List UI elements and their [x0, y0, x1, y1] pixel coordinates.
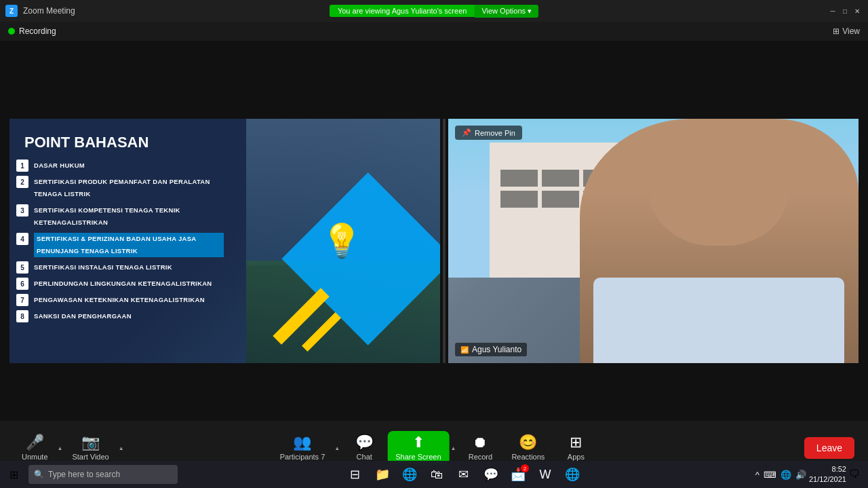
- person-silhouette: [580, 119, 859, 363]
- participants-button[interactable]: 👥 Participants 7: [272, 431, 334, 465]
- taskbar-icon-notification[interactable]: 📩 2: [506, 461, 530, 488]
- apps-label: Apps: [568, 453, 585, 461]
- record-button-group: ⏺ Record: [460, 431, 500, 465]
- unmute-label: Unmute: [22, 453, 48, 461]
- list-item: 4 SERTIFIKASI & PERIZINAN BADAN USAHA JA…: [16, 233, 224, 257]
- recording-bar: Recording ⊞ View: [0, 22, 868, 41]
- share-screen-label: Share Screen: [395, 453, 441, 461]
- chat-icon: 💬: [355, 435, 374, 450]
- video-background: [448, 119, 859, 363]
- remove-pin-label: Remove Pin: [475, 129, 515, 137]
- toolbar-right: Leave: [804, 437, 854, 459]
- signal-icon: 📶: [460, 346, 469, 354]
- list-item: 8 SANKSI DAN PENGHARGAAN: [16, 310, 224, 322]
- share-expand-arrow[interactable]: ▲: [450, 431, 458, 465]
- share-screen-button[interactable]: ⬆ Share Screen: [387, 431, 449, 465]
- leave-button[interactable]: Leave: [804, 437, 854, 459]
- tray-chevron-icon[interactable]: ^: [755, 470, 760, 480]
- participants-button-group: 👥 Participants 7 ▲: [272, 431, 342, 465]
- viewing-badge-area: You are viewing Agus Yulianto's screen V…: [330, 5, 538, 18]
- slide-background: 💡 POINT BAHASAN 1 DASAR HUKUM 2 SERTIFIK…: [9, 119, 440, 363]
- list-item: 5 SERTIFIKASI INSTALASI TENAGA LISTRIK: [16, 261, 224, 274]
- taskbar-icon-store[interactable]: 🛍: [425, 461, 449, 488]
- record-label: Record: [469, 453, 492, 461]
- view-icon: ⊞: [833, 26, 840, 36]
- unmute-expand-arrow[interactable]: ▲: [56, 431, 64, 465]
- apps-button[interactable]: ⊞ Apps: [555, 431, 596, 465]
- apps-button-group: ⊞ Apps: [555, 431, 596, 465]
- taskbar-icon-chrome[interactable]: 🌐: [560, 461, 585, 488]
- participant-name: Agus Yulianto: [472, 345, 521, 354]
- recording-label: Recording: [19, 26, 56, 36]
- minimize-button[interactable]: ─: [827, 5, 838, 16]
- remove-pin-button[interactable]: 📌 Remove Pin: [455, 126, 522, 140]
- chat-label: Chat: [357, 453, 372, 461]
- window-controls: ─ □ ✕: [827, 5, 863, 16]
- taskbar-search-bar[interactable]: 🔍 Type here to search: [28, 465, 178, 484]
- volume-icon[interactable]: 🔊: [795, 470, 806, 480]
- video-icon: 📷: [81, 435, 100, 450]
- video-panel: 📌 Remove Pin 📶 Agus Yulianto: [448, 119, 859, 363]
- network-icon[interactable]: 🌐: [781, 470, 791, 480]
- clock[interactable]: 8:52 21/12/2021: [809, 464, 846, 485]
- keyboard-icon[interactable]: ⌨: [764, 470, 776, 480]
- record-button[interactable]: ⏺ Record: [460, 431, 500, 465]
- maximize-button[interactable]: □: [840, 5, 850, 16]
- view-button-top[interactable]: ⊞ View: [833, 26, 860, 36]
- unmute-button-group: 🎤 Unmute ▲: [14, 431, 64, 465]
- reactions-button[interactable]: 😊 Reactions: [503, 431, 553, 465]
- participants-expand-arrow[interactable]: ▲: [333, 431, 341, 465]
- search-icon: 🔍: [34, 470, 44, 479]
- taskbar-icon-taskview[interactable]: ⊟: [343, 461, 368, 488]
- toolbar-left: 🎤 Unmute ▲ 📷 Start Video ▲: [14, 431, 125, 465]
- start-video-button-group: 📷 Start Video ▲: [64, 431, 125, 465]
- reactions-button-group: 😊 Reactions: [503, 431, 553, 465]
- clock-date: 21/12/2021: [809, 474, 846, 485]
- share-screen-icon: ⬆: [412, 435, 425, 450]
- taskbar-icon-mail[interactable]: ✉: [452, 461, 476, 488]
- apps-icon: ⊞: [570, 435, 582, 450]
- panel-separator: [443, 119, 446, 363]
- toolbar-center: 👥 Participants 7 ▲ 💬 Chat ⬆ Share Screen…: [272, 431, 597, 465]
- record-icon: ⏺: [473, 435, 488, 450]
- clock-time: 8:52: [809, 464, 846, 474]
- taskbar-icon-word[interactable]: W: [533, 461, 557, 488]
- viewing-text: You are viewing Agus Yulianto's screen: [330, 5, 475, 17]
- main-content: 💡 POINT BAHASAN 1 DASAR HUKUM 2 SERTIFIK…: [0, 54, 868, 421]
- person-head: [649, 124, 789, 246]
- chat-button[interactable]: 💬 Chat: [344, 431, 384, 465]
- video-expand-arrow[interactable]: ▲: [117, 431, 125, 465]
- notification-bubble-icon: 🗨: [849, 468, 860, 481]
- taskbar-icon-zoom[interactable]: 💬: [479, 461, 503, 488]
- start-button[interactable]: ⊞: [0, 461, 27, 488]
- list-item: 6 PERLINDUNGAN LINGKUNGAN KETENAGALISTRI…: [16, 278, 224, 290]
- system-tray-icons: ^ ⌨ 🌐 🔊: [755, 470, 806, 480]
- mute-icon: 🎤: [26, 435, 44, 450]
- taskbar-icon-explorer[interactable]: 📁: [370, 461, 395, 488]
- participants-icon: 👥: [293, 435, 311, 450]
- list-item: 3 SERTIFIKASI KOMPETENSI TENAGA TEKNIK K…: [16, 204, 224, 229]
- view-label: View: [842, 26, 860, 36]
- lightbulb-icon: 💡: [321, 222, 362, 260]
- taskbar-right: ^ ⌨ 🌐 🔊 8:52 21/12/2021 🗨: [750, 464, 865, 485]
- slide-title: POINT BAHASAN: [24, 134, 149, 151]
- start-video-button[interactable]: 📷 Start Video: [64, 431, 117, 465]
- search-placeholder: Type here to search: [48, 470, 120, 479]
- person-shirt: [593, 278, 844, 363]
- list-item: 1 DASAR HUKUM: [16, 159, 224, 172]
- reactions-label: Reactions: [511, 453, 545, 461]
- chat-button-group: 💬 Chat: [344, 431, 384, 465]
- zoom-logo-icon: Z: [5, 5, 18, 17]
- slide-items-list: 1 DASAR HUKUM 2 SERTIFIKASI PRODUK PEMAN…: [16, 159, 224, 326]
- start-video-label: Start Video: [72, 453, 108, 461]
- taskbar-pinned-icons: ⊟ 📁 🌐 🛍 ✉ 💬 📩 2 W 🌐: [343, 461, 585, 488]
- participant-name-badge: 📶 Agus Yulianto: [455, 343, 527, 356]
- taskbar-icon-browser-edge[interactable]: 🌐: [397, 461, 422, 488]
- close-button[interactable]: ✕: [852, 5, 863, 16]
- notification-icon[interactable]: 🗨: [849, 468, 860, 481]
- unmute-button[interactable]: 🎤 Unmute: [14, 431, 56, 465]
- recording-indicator: Recording: [8, 26, 56, 36]
- taskbar: ⊞ 🔍 Type here to search ⊟ 📁 🌐 🛍 ✉ 💬 📩 2 …: [0, 461, 868, 488]
- view-options-button[interactable]: View Options ▾: [475, 5, 538, 18]
- presentation-panel: 💡 POINT BAHASAN 1 DASAR HUKUM 2 SERTIFIK…: [9, 119, 440, 363]
